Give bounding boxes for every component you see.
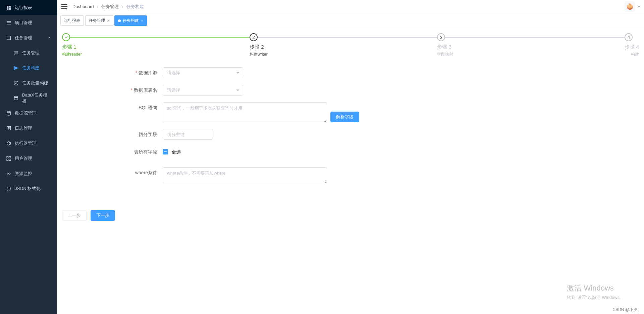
breadcrumb: Dashboard / 任务管理 / 任务构建: [72, 4, 144, 10]
datasource-label: *数据库源:: [62, 67, 163, 78]
sidebar-item-task[interactable]: 任务管理: [0, 30, 57, 45]
sidebar-item-label: 数据源管理: [15, 110, 37, 116]
svg-point-0: [14, 81, 18, 85]
svg-point-2: [7, 173, 8, 174]
task-icon: [6, 35, 11, 41]
chevron-up-icon: [48, 35, 51, 40]
close-icon[interactable]: ×: [107, 18, 109, 23]
sidebar-item-user[interactable]: 用户管理: [0, 151, 57, 166]
action-row: 上一步 下一步: [62, 210, 639, 221]
prev-button[interactable]: 上一步: [62, 210, 87, 221]
allfields-label: 表所有字段:: [62, 146, 163, 157]
caret-down-icon: [637, 5, 641, 8]
form: *数据库源: 请选择 *数据库表名: 请选择 SQL语句: 解析字段: [62, 67, 639, 183]
sql-label: SQL语句:: [62, 102, 163, 113]
svg-point-1: [7, 111, 11, 113]
active-dot-icon: [118, 19, 121, 22]
content: 步骤 1 构建reader 2 步骤 2 构建writer 3: [57, 28, 644, 314]
check-icon: [62, 33, 70, 41]
sidebar-item-label: JSON 格式化: [15, 186, 41, 192]
sidebar: 运行报表 项目管理 任务管理 任务管理 任务构建 任务批量构建: [0, 0, 57, 314]
select-all-label: 全选: [171, 146, 181, 157]
select-all-checkbox[interactable]: [163, 149, 168, 154]
user-menu[interactable]: 🧅: [625, 1, 641, 12]
sidebar-item-json[interactable]: JSON 格式化: [0, 181, 57, 196]
svg-point-3: [9, 173, 10, 174]
main: Dashboard / 任务管理 / 任务构建 🧅 运行报表 任务管理 × 任务…: [57, 0, 644, 314]
sidebar-item-task-manage[interactable]: 任务管理: [0, 45, 57, 60]
next-button[interactable]: 下一步: [91, 210, 115, 221]
sidebar-item-task-template[interactable]: DataX任务模板: [0, 90, 57, 106]
sidebar-item-label: 执行器管理: [15, 140, 37, 146]
sidebar-item-label: 任务管理: [22, 50, 40, 56]
step-3: 3 步骤 3 字段映射: [437, 33, 625, 57]
sidebar-item-dashboard[interactable]: 运行报表: [0, 0, 57, 15]
table-label: *数据库表名:: [62, 85, 163, 96]
executor-icon: [6, 141, 11, 146]
sidebar-item-label: DataX任务模板: [22, 92, 51, 104]
sidebar-item-project[interactable]: 项目管理: [0, 15, 57, 30]
tabs: 运行报表 任务管理 × 任务构建 ×: [57, 13, 644, 28]
avatar: 🧅: [625, 1, 635, 12]
sidebar-item-label: 资源监控: [15, 171, 32, 177]
tab-dashboard[interactable]: 运行报表: [60, 15, 84, 26]
monitor-icon: [6, 171, 11, 176]
grid-icon: [6, 156, 11, 161]
where-textarea[interactable]: [163, 167, 327, 183]
table-select[interactable]: 请选择: [163, 85, 243, 96]
sidebar-item-label: 用户管理: [15, 155, 32, 162]
step-1: 步骤 1 构建reader: [62, 33, 250, 57]
datasource-select[interactable]: 请选择: [163, 67, 243, 78]
breadcrumb-root[interactable]: Dashboard: [72, 4, 94, 9]
sidebar-item-label: 任务管理: [15, 35, 32, 41]
close-icon[interactable]: ×: [141, 18, 143, 23]
sidebar-item-task-batch[interactable]: 任务批量构建: [0, 75, 57, 90]
steps: 步骤 1 构建reader 2 步骤 2 构建writer 3: [62, 33, 639, 57]
sql-textarea[interactable]: [163, 102, 327, 122]
step-4: 4 步骤 4 构建: [625, 33, 639, 57]
split-input[interactable]: [163, 129, 213, 140]
sidebar-item-log[interactable]: 日志管理: [0, 121, 57, 136]
hamburger-icon[interactable]: [60, 3, 68, 11]
dashboard-icon: [6, 5, 11, 10]
sidebar-item-datasource[interactable]: 数据源管理: [0, 106, 57, 121]
csdn-credit: CSDN @小夕。: [612, 307, 641, 313]
breadcrumb-parent[interactable]: 任务管理: [101, 4, 119, 9]
where-label: where条件:: [62, 167, 163, 178]
step-2: 2 步骤 2 构建writer: [250, 33, 437, 57]
sidebar-item-monitor[interactable]: 资源监控: [0, 166, 57, 181]
tab-task-build[interactable]: 任务构建 ×: [114, 15, 147, 26]
template-icon: [13, 96, 19, 101]
json-icon: [6, 186, 11, 191]
log-icon: [6, 126, 11, 131]
batch-icon: [13, 80, 19, 86]
sidebar-item-label: 项目管理: [15, 20, 32, 26]
list-icon: [13, 50, 19, 56]
parse-fields-button[interactable]: 解析字段: [330, 112, 359, 122]
sidebar-item-label: 运行报表: [15, 5, 32, 11]
breadcrumb-current: 任务构建: [126, 4, 144, 9]
sidebar-submenu-task: 任务管理 任务构建 任务批量构建 DataX任务模板: [0, 45, 57, 106]
tab-task-manage[interactable]: 任务管理 ×: [85, 15, 113, 26]
sidebar-item-label: 日志管理: [15, 125, 32, 131]
sidebar-item-label: 任务构建: [22, 65, 40, 71]
split-label: 切分字段:: [62, 129, 163, 140]
sidebar-item-label: 任务批量构建: [22, 80, 48, 86]
send-icon: [13, 65, 19, 71]
sidebar-item-executor[interactable]: 执行器管理: [0, 136, 57, 151]
project-icon: [6, 20, 11, 25]
topbar: Dashboard / 任务管理 / 任务构建 🧅: [57, 0, 644, 13]
database-icon: [6, 111, 11, 116]
sidebar-item-task-build[interactable]: 任务构建: [0, 60, 57, 75]
